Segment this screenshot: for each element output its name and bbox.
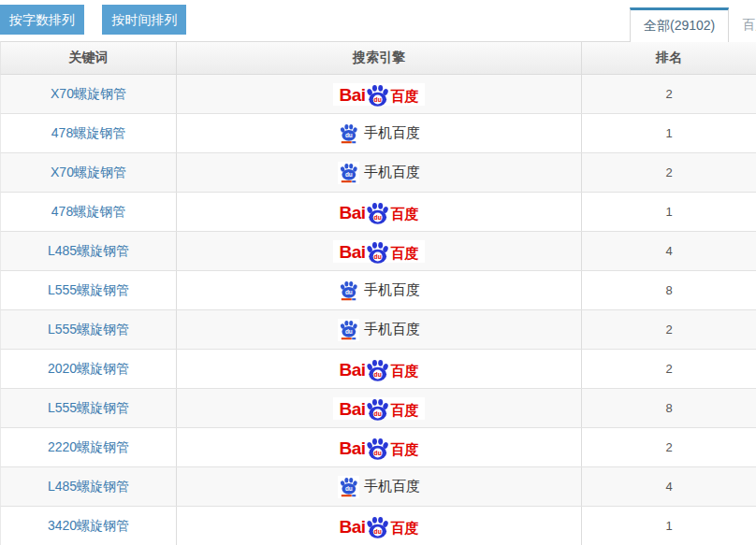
baidu-logo-bai-text: Bai [339,243,365,262]
rank-value: 4 [665,244,672,258]
table-row: 2020螺旋钢管 Bai du 百度 [0,350,756,389]
baidu-logo-bai-text: Bai [339,518,365,537]
keyword-link[interactable]: 3420螺旋钢管 [48,518,129,535]
baidu-paw-icon: du [365,437,390,460]
baidu-pc-logo: Bai du 百度 [333,515,424,538]
table-row: L485螺旋钢管 Bai du 百度 [0,232,756,271]
table-row: 478螺旋钢管 Bai du 百度 [0,193,756,232]
baidu-pc-logo: Bai du 百度 [333,240,424,263]
baidu-mobile-logo: du 手机百度 [338,280,420,302]
table-row: X70螺旋钢管 Bai du 百度 [0,153,756,193]
baidu-mobile-label: 手机百度 [364,164,420,181]
rank-value: 8 [665,401,672,415]
baidu-mobile-logo: du 手机百度 [338,122,420,145]
baidu-logo-bai-text: Bai [339,400,365,419]
header-search-engine: 搜索引擎 [177,42,582,74]
engine-filter-tabs: 全部(29102) 百度 [630,7,756,42]
rank-value: 1 [665,205,672,219]
baidu-paw-icon: du [365,516,390,538]
baidu-pc-logo: Bai du 百度 [333,397,424,420]
svg-text:du: du [345,289,353,295]
keyword-link[interactable]: X70螺旋钢管 [51,86,126,103]
keyword-rank-table: 关键词 搜索引擎 排名 X70螺旋钢管 Bai du 百度 [0,41,756,545]
baidu-paw-icon: du [365,84,390,107]
svg-text:du: du [345,171,353,178]
baidu-mobile-label: 手机百度 [364,124,420,142]
baidu-logo-cn-text: 百度 [391,520,419,537]
rank-value: 1 [665,126,672,140]
rank-value: 2 [665,440,672,454]
baidu-mobile-logo: du 手机百度 [338,162,420,184]
baidu-mobile-paw-icon: du [338,162,359,184]
baidu-pc-logo: Bai du 百度 [333,358,424,380]
keyword-link[interactable]: 2020螺旋钢管 [48,361,129,378]
baidu-mobile-label: 手机百度 [364,281,420,299]
baidu-mobile-logo: du 手机百度 [338,319,420,341]
table-row: L555螺旋钢管 Bai du 百度 [0,271,756,310]
keyword-link[interactable]: L485螺旋钢管 [48,479,129,495]
baidu-mobile-paw-icon: du [338,122,359,145]
baidu-mobile-paw-icon: du [338,280,359,302]
rank-value: 2 [665,323,672,337]
tab-baidu[interactable]: 百度 [729,7,756,42]
baidu-logo-bai-text: Bai [339,86,365,105]
header-keyword: 关键词 [1,42,177,74]
baidu-logo-cn-text: 百度 [391,363,419,380]
baidu-paw-icon: du [365,398,390,421]
baidu-paw-icon: du [365,359,390,381]
sort-toolbar: 按字数排列 按时间排列 [0,5,186,35]
baidu-logo-bai-text: Bai [339,204,365,222]
baidu-logo-cn-text: 百度 [391,245,419,262]
keyword-link[interactable]: 2220螺旋钢管 [48,439,129,456]
svg-text:du: du [345,328,353,335]
table-row: 3420螺旋钢管 Bai du 百度 [0,507,756,545]
keyword-link[interactable]: 478螺旋钢管 [51,125,125,142]
rank-value: 1 [665,519,672,533]
keyword-link[interactable]: L555螺旋钢管 [48,400,129,417]
svg-text:du: du [373,95,381,102]
baidu-mobile-label: 手机百度 [364,478,420,495]
rank-report-page: 按字数排列 按时间排列 全部(29102) 百度 关键词 搜索引擎 排名 X70… [0,0,756,545]
baidu-pc-logo: Bai du 百度 [333,201,424,223]
svg-text:du: du [373,213,381,220]
table-body: X70螺旋钢管 Bai du 百度 [0,75,756,545]
baidu-mobile-paw-icon: du [338,319,359,341]
rank-value: 4 [665,480,672,494]
header-rank: 排名 [582,42,756,74]
svg-text:du: du [373,409,381,416]
baidu-pc-logo: Bai du 百度 [333,83,424,106]
baidu-mobile-paw-icon: du [338,476,359,498]
table-row: X70螺旋钢管 Bai du 百度 [0,75,756,114]
svg-text:du: du [373,370,381,377]
baidu-mobile-label: 手机百度 [364,321,420,338]
keyword-link[interactable]: 478螺旋钢管 [51,204,125,221]
table-row: L555螺旋钢管 Bai du 百度 [0,310,756,350]
baidu-logo-bai-text: Bai [339,439,365,458]
table-row: 478螺旋钢管 Bai du 百度 [0,114,756,153]
baidu-logo-bai-text: Bai [339,361,365,380]
tab-all[interactable]: 全部(29102) [630,7,729,42]
sort-by-wordcount-button[interactable]: 按字数排列 [0,5,84,35]
table-header-row: 关键词 搜索引擎 排名 [0,41,756,75]
baidu-paw-icon: du [365,202,390,224]
rank-value: 8 [665,283,672,297]
keyword-link[interactable]: X70螺旋钢管 [51,165,126,181]
keyword-link[interactable]: L555螺旋钢管 [48,322,129,338]
svg-text:du: du [373,527,381,534]
sort-by-time-button[interactable]: 按时间排列 [102,5,186,35]
baidu-logo-cn-text: 百度 [391,88,419,105]
keyword-link[interactable]: L485螺旋钢管 [48,243,129,260]
svg-text:du: du [373,252,381,259]
rank-value: 2 [665,362,672,376]
rank-value: 2 [665,165,672,179]
svg-text:du: du [373,449,381,455]
svg-text:du: du [345,485,353,492]
baidu-logo-cn-text: 百度 [391,441,419,458]
rank-value: 2 [665,87,672,101]
baidu-logo-cn-text: 百度 [391,206,419,222]
baidu-logo-cn-text: 百度 [391,402,419,419]
table-row: L485螺旋钢管 Bai du 百度 [0,467,756,507]
baidu-mobile-logo: du 手机百度 [338,476,420,498]
baidu-paw-icon: du [365,241,390,264]
keyword-link[interactable]: L555螺旋钢管 [48,282,129,299]
